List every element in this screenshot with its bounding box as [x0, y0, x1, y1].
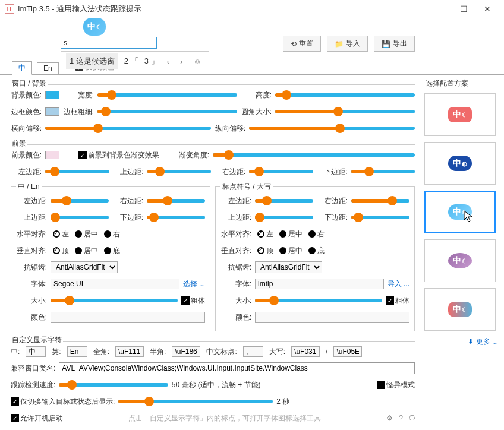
radius-slider[interactable]	[275, 110, 415, 113]
compat-label: 兼容窗口类名:	[11, 363, 55, 374]
border-w-label: 边框粗细:	[63, 107, 94, 117]
show-duration-slider[interactable]	[118, 400, 273, 403]
zh-lm-slider[interactable]	[51, 199, 109, 203]
zh-rm-slider[interactable]	[147, 199, 205, 203]
preview-input[interactable]	[61, 37, 157, 49]
p-tm-slider[interactable]	[255, 216, 313, 219]
maximize-button[interactable]: ☐	[452, 0, 475, 18]
border-w-slider[interactable]	[97, 110, 237, 113]
custom-slash[interactable]	[333, 346, 362, 357]
p-valign-top[interactable]: 顶	[257, 246, 273, 256]
candidate-2[interactable]: 2 「	[124, 56, 138, 67]
p-valign-bottom[interactable]: 底	[308, 246, 325, 256]
custom-full[interactable]	[115, 346, 144, 357]
app-icon: IT	[5, 4, 14, 14]
fg-tm-label: 上边距:	[113, 167, 144, 177]
custom-zh[interactable]	[26, 346, 46, 357]
close-button[interactable]: ✕	[475, 0, 499, 18]
p-size-slider[interactable]	[255, 299, 382, 302]
candidate-emoji[interactable]: ☺	[191, 57, 203, 66]
autorun-checkbox[interactable]: ✓允许开机启动	[11, 413, 63, 423]
settings-icon[interactable]: ⚙	[386, 414, 393, 422]
fg-tm-slider[interactable]	[147, 170, 212, 173]
grad-angle-slider[interactable]	[213, 153, 415, 157]
p-valign-center[interactable]: 居中	[279, 246, 303, 256]
fg-rm-slider[interactable]	[249, 170, 313, 173]
fg-bm-slider[interactable]	[351, 170, 415, 173]
zh-valign-bottom[interactable]: 底	[104, 246, 120, 256]
p-halign-right[interactable]: 右	[308, 229, 325, 239]
p-font-import-link[interactable]: 导入 ...	[388, 279, 410, 289]
zh-halign-left[interactable]: 左	[53, 229, 69, 239]
scheme-2[interactable]: 中☾	[424, 191, 496, 233]
github-icon[interactable]: ⎔	[409, 414, 415, 422]
p-halign-center[interactable]: 居中	[279, 229, 303, 239]
tab-zh[interactable]: 中	[12, 61, 32, 75]
show-on-switch-checkbox[interactable]: ✓仅切换输入目标或状态后显示:	[11, 397, 115, 407]
custom-half[interactable]	[172, 346, 200, 357]
width-label: 宽度:	[63, 90, 94, 100]
p-bold-checkbox[interactable]: ✓粗体	[386, 296, 410, 306]
candidate-1[interactable]: 1 这是候选窗	[66, 53, 118, 69]
folder-icon: 📁	[335, 40, 344, 48]
height-slider[interactable]	[275, 93, 415, 97]
bg-color-label: 背景颜色:	[11, 90, 42, 100]
width-slider[interactable]	[97, 93, 237, 97]
zh-bold-checkbox[interactable]: ✓粗体	[181, 296, 205, 306]
zh-bm-slider[interactable]	[147, 216, 205, 219]
p-font-input[interactable]	[255, 279, 384, 289]
candidate-prev[interactable]: ‹	[165, 57, 172, 66]
scheme-4[interactable]: 中☾	[424, 288, 496, 331]
scheme-0[interactable]: 中☾	[424, 93, 496, 136]
minimize-button[interactable]: —	[428, 0, 452, 18]
zh-color-input[interactable]	[51, 312, 205, 322]
radius-label: 圆角大小:	[241, 107, 272, 117]
compat-input[interactable]	[59, 362, 415, 374]
zh-font-select-link[interactable]: 选择 ...	[183, 279, 205, 289]
show-duration-text: 2 秒	[276, 397, 289, 407]
section-fg-title: 前景	[11, 138, 27, 148]
fg-lm-slider[interactable]	[45, 170, 109, 173]
voff-slider[interactable]	[249, 127, 415, 130]
custom-cnpunct[interactable]	[243, 346, 263, 357]
zh-tm-slider[interactable]	[51, 216, 109, 219]
more-link[interactable]: ⬇ 更多 ...	[424, 337, 498, 347]
question-icon[interactable]: ?	[399, 414, 403, 422]
p-bm-slider[interactable]	[351, 216, 410, 219]
scheme-1[interactable]: 中◐	[424, 142, 496, 185]
track-speed-slider[interactable]	[59, 383, 168, 387]
custom-caps[interactable]	[291, 346, 320, 357]
p-halign-left[interactable]: 左	[257, 229, 273, 239]
zh-aa-select[interactable]: AntiAliasGridFit	[51, 261, 118, 273]
p-aa-select[interactable]: AntiAliasGridFit	[255, 261, 322, 273]
zh-valign-top[interactable]: 顶	[53, 246, 69, 256]
zh-size-slider[interactable]	[51, 299, 178, 302]
hoff-label: 横向偏移:	[11, 124, 42, 134]
zh-halign-center[interactable]: 居中	[75, 229, 98, 239]
p-color-input[interactable]	[255, 312, 410, 322]
scheme-3[interactable]: 中☾	[424, 239, 496, 282]
tab-en[interactable]: En	[37, 62, 59, 74]
hoff-slider[interactable]	[45, 127, 211, 130]
fg-color-picker[interactable]	[45, 151, 59, 159]
export-button[interactable]: 💾导出	[374, 36, 415, 52]
bg-color-picker[interactable]	[45, 91, 59, 99]
p-rm-slider[interactable]	[351, 199, 410, 203]
refresh-icon: ⟲	[291, 40, 297, 48]
import-button[interactable]: 📁导入	[327, 36, 368, 52]
zh-valign-center[interactable]: 居中	[75, 246, 98, 256]
zh-halign-right[interactable]: 右	[104, 229, 120, 239]
candidate-3[interactable]: 3 」	[144, 56, 159, 67]
gradient-checkbox[interactable]: ✓前景到背景色渐变效果	[78, 150, 159, 160]
reset-button[interactable]: ⟲重置	[283, 36, 321, 52]
punct-legend: 标点符号 / 大写	[220, 182, 273, 192]
custom-en[interactable]	[67, 346, 87, 357]
zh-font-input[interactable]	[51, 279, 179, 289]
fieldset-zh: 中 / En 左边距: 右边距: 上边距: 下边距: 水平对齐: 左 居中 右 …	[11, 182, 210, 331]
track-value-text: 50 毫秒 (适中，流畅 + 节能)	[172, 380, 261, 390]
fg-bm-label: 下边距:	[317, 167, 348, 177]
p-lm-slider[interactable]	[255, 199, 313, 203]
candidate-next[interactable]: ›	[178, 57, 185, 66]
weird-mode-checkbox[interactable]: 怪异模式	[377, 380, 415, 390]
border-color-picker[interactable]	[45, 108, 59, 116]
